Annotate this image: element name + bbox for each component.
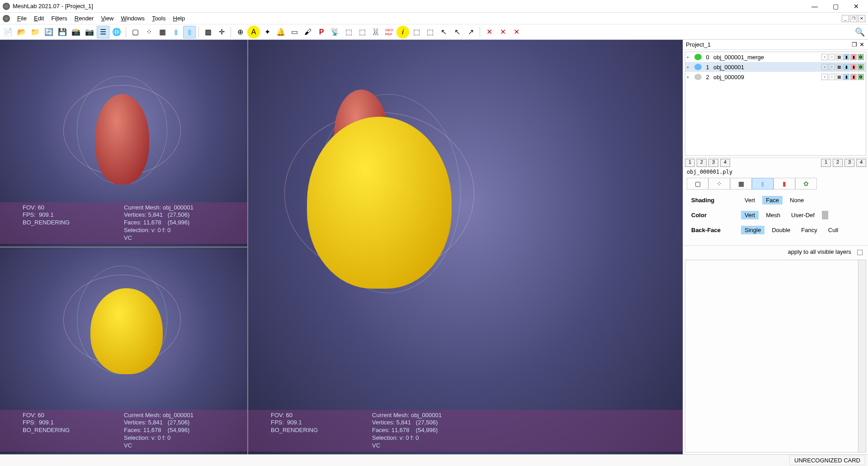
annotate-icon[interactable]: A [247, 26, 260, 38]
layer-row[interactable]: ▸ 0 obj_000001_merge ▫ ⁘ ▦ ▮ ▮ ✿ [685, 52, 866, 62]
layer-fill-icon[interactable]: ▮ [843, 64, 849, 70]
layer-env-icon[interactable]: ✿ [858, 64, 864, 70]
apply-all-checkbox[interactable] [857, 250, 863, 255]
open-project-icon[interactable]: 📂 [15, 26, 28, 38]
menu-help[interactable]: Help [173, 15, 185, 22]
layer-fill-icon[interactable]: ▮ [843, 54, 849, 60]
visibility-icon[interactable] [694, 54, 702, 60]
tab-tex-icon[interactable]: ▮ [774, 178, 795, 190]
axes-icon[interactable]: ✛ [215, 26, 228, 38]
mdi-restore[interactable]: ❐ [850, 15, 857, 22]
layer-fill-icon[interactable]: ▮ [843, 74, 849, 80]
tab-fill-icon[interactable]: ▮ [752, 178, 774, 190]
menu-windows[interactable]: Windows [121, 15, 145, 22]
delete-all-icon[interactable]: ✕ [510, 26, 523, 38]
delete-vert-icon[interactable]: ✕ [483, 26, 495, 38]
layer-wire-icon[interactable]: ▦ [836, 54, 842, 60]
viewport-main[interactable]: FOV: 60 FPS: 909.1 BO_RENDERING Current … [248, 40, 683, 454]
expand-icon[interactable]: ▸ [687, 65, 692, 69]
maximize-button[interactable]: ▢ [829, 3, 842, 10]
layer-env-icon[interactable]: ✿ [858, 54, 864, 60]
layer-dialog-icon[interactable]: ☰ [97, 26, 109, 38]
layer-wire-icon[interactable]: ▦ [836, 74, 842, 80]
sel-conn-icon[interactable]: ⬚ [424, 26, 436, 38]
smooth-icon[interactable]: ▮ [183, 26, 196, 38]
paint-icon[interactable]: 🖌 [302, 26, 314, 38]
expand-icon[interactable]: ▸ [687, 75, 692, 79]
view-btn-r3[interactable]: 3 [844, 159, 854, 167]
mdi-minimize[interactable]: _ [842, 15, 849, 22]
opt-backface-cull[interactable]: Cull [825, 226, 842, 234]
viewport-2[interactable]: FOV: 60 FPS: 909.1 BO_RENDERING Current … [0, 247, 247, 454]
bunny-icon[interactable]: 🐰 [369, 26, 382, 38]
layer-tex-icon[interactable]: ▮ [850, 74, 857, 80]
globe-icon[interactable]: 🌐 [110, 26, 123, 38]
panel-undock-icon[interactable]: ❐ [851, 41, 858, 48]
visibility-icon[interactable] [694, 64, 702, 70]
layer-list[interactable]: ▸ 0 obj_000001_merge ▫ ⁘ ▦ ▮ ▮ ✿ ▸ 1 obj… [685, 52, 866, 156]
georef-icon[interactable]: GEOREF [383, 26, 396, 38]
points-icon[interactable]: ⁘ [142, 26, 155, 38]
minimize-button[interactable]: — [808, 3, 821, 10]
layer-env-icon[interactable]: ✿ [858, 74, 864, 80]
layer-wire-icon[interactable]: ▦ [836, 64, 842, 70]
menu-tools[interactable]: Tools [152, 15, 165, 22]
opt-shading-none[interactable]: None [786, 196, 807, 204]
view-btn-r4[interactable]: 4 [856, 159, 866, 167]
opt-backface-double[interactable]: Double [768, 226, 794, 234]
delete-face-icon[interactable]: ✕ [496, 26, 509, 38]
opt-color-vert[interactable]: Vert [741, 211, 759, 219]
tab-wire-icon[interactable]: ▦ [730, 178, 752, 190]
info-icon[interactable]: i [396, 26, 409, 38]
visibility-icon[interactable] [694, 74, 702, 80]
sel-move-icon[interactable]: ↗ [464, 26, 477, 38]
opt-color-mesh[interactable]: Mesh [762, 211, 784, 219]
opt-backface-single[interactable]: Single [741, 226, 764, 234]
view-btn-r1[interactable]: 1 [821, 159, 831, 167]
layer-tex-icon[interactable]: ▮ [850, 64, 857, 70]
select-face-icon[interactable]: ⬚ [356, 26, 368, 38]
view-btn-1[interactable]: 1 [685, 159, 695, 167]
layer-row[interactable]: ▸ 2 obj_000009 ▫ ⁘ ▦ ▮ ▮ ✿ [685, 72, 866, 82]
layer-pts-icon[interactable]: ⁘ [829, 64, 835, 70]
menu-render[interactable]: Render [75, 15, 94, 22]
layer-pts-icon[interactable]: ⁘ [829, 54, 835, 60]
reload-icon[interactable]: 🔄 [42, 26, 55, 38]
menu-view[interactable]: View [101, 15, 113, 22]
layer-save-icon[interactable]: ▫ [821, 54, 828, 60]
tab-env-icon[interactable]: ✿ [795, 178, 817, 190]
close-button[interactable]: ✕ [850, 3, 863, 10]
opt-shading-vert[interactable]: Vert [741, 196, 759, 204]
layer-tex-icon[interactable]: ▮ [850, 54, 857, 60]
sel-rect-icon[interactable]: ⬚ [410, 26, 423, 38]
radar-icon[interactable]: 📡 [329, 26, 341, 38]
texture-icon[interactable]: ▩ [202, 26, 214, 38]
measure-icon[interactable]: 🔔 [274, 26, 287, 38]
opt-shading-face[interactable]: Face [762, 196, 783, 204]
opt-color-user-def[interactable]: User-Def [788, 211, 818, 219]
wireframe-icon[interactable]: ▦ [156, 26, 169, 38]
flat-lines-icon[interactable]: ▮ [170, 26, 182, 38]
opt-backface-fancy[interactable]: Fancy [797, 226, 821, 234]
viewport-1[interactable]: FOV: 60 FPS: 909.1 BO_RENDERING Current … [0, 40, 247, 247]
view-btn-2[interactable]: 2 [697, 159, 707, 167]
layer-pts-icon[interactable]: ⁘ [829, 74, 835, 80]
search-icon[interactable]: 🔍 [854, 26, 866, 38]
export-icon[interactable]: 💾 [56, 26, 69, 38]
layer-save-icon[interactable]: ▫ [821, 74, 828, 80]
mdi-close[interactable]: ✕ [858, 15, 865, 22]
menu-file[interactable]: File [17, 15, 27, 22]
snapshot-icon[interactable]: 📸 [70, 26, 82, 38]
select-vert-icon[interactable]: ⬚ [342, 26, 355, 38]
plugin-icon[interactable]: P [315, 26, 328, 38]
trackball-icon[interactable]: ✦ [261, 26, 274, 38]
panel-close-icon[interactable]: ✕ [858, 41, 865, 48]
menu-edit[interactable]: Edit [34, 15, 44, 22]
color-swatch[interactable] [822, 211, 828, 219]
view-btn-3[interactable]: 3 [708, 159, 718, 167]
align-icon[interactable]: ▭ [288, 26, 301, 38]
layer-save-icon[interactable]: ▫ [821, 64, 828, 70]
bbox-icon[interactable]: ▢ [129, 26, 142, 38]
sel-arrow-icon[interactable]: ↖ [437, 26, 450, 38]
import-mesh-icon[interactable]: 📁 [29, 26, 42, 38]
